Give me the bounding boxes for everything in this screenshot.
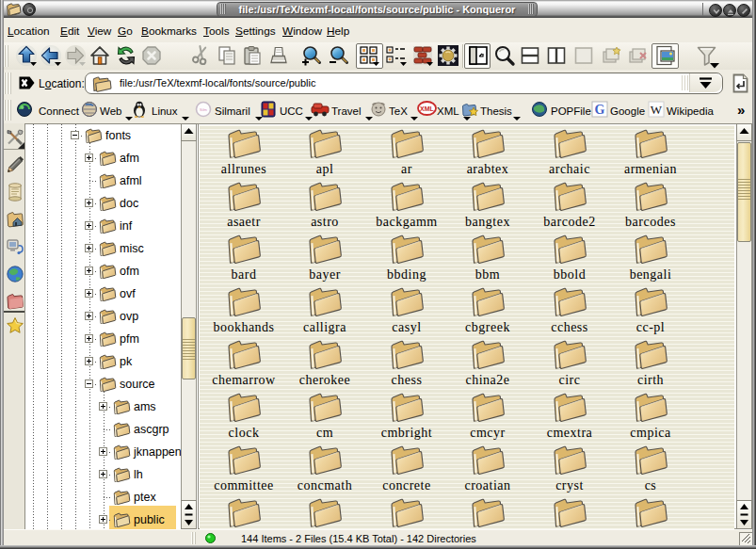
svg-text:G: G [595,103,605,117]
svg-text:W: W [651,103,663,117]
svg-text:Silm: Silm [200,107,207,112]
svg-text:XML: XML [420,105,435,112]
